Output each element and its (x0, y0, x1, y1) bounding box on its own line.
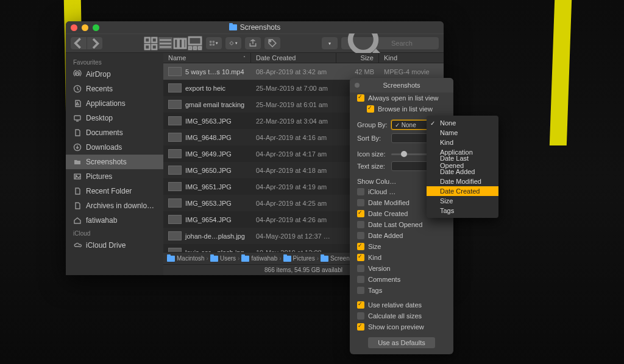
checkbox[interactable] (357, 265, 364, 272)
forward-button[interactable] (87, 37, 102, 49)
sidebar-item-downloads[interactable]: Downloads (66, 140, 163, 155)
titlebar[interactable]: Screenshots (66, 21, 444, 33)
svg-rect-17 (213, 44, 214, 45)
path-segment[interactable]: fatiwahab (251, 255, 277, 262)
sidebar-item-label: Recent Folder (86, 187, 132, 195)
file-name: IMG_9563.JPG (185, 117, 232, 125)
column-option[interactable]: Date Last Opened (350, 219, 453, 230)
column-header-name[interactable]: Name˄ (163, 53, 251, 63)
column-option[interactable]: Kind (350, 252, 453, 263)
checkbox[interactable] (357, 312, 364, 320)
checkbox[interactable] (357, 254, 364, 261)
sidebar-item-airdrop[interactable]: AirDrop (66, 67, 163, 82)
home-icon (73, 216, 82, 225)
document-icon (73, 187, 82, 195)
path-segment[interactable]: Pictures (293, 255, 315, 262)
svg-rect-9 (183, 38, 186, 47)
column-option[interactable]: Tags (350, 285, 453, 296)
checkbox[interactable] (357, 232, 364, 239)
svg-rect-3 (152, 44, 157, 49)
column-view-button[interactable] (173, 37, 188, 49)
sidebar-item-screenshots[interactable]: Screenshots (66, 155, 163, 169)
footer-option[interactable]: Show icon preview (350, 321, 453, 332)
footer-option[interactable]: Calculate all sizes (350, 310, 453, 321)
checkbox[interactable] (357, 210, 364, 217)
folder-icon (321, 256, 328, 262)
column-header-kind[interactable]: Kind (379, 53, 444, 63)
column-header-date[interactable]: Date Created (251, 53, 336, 63)
menu-item-date-added[interactable]: Date Added (427, 167, 498, 177)
icon-view-button[interactable] (144, 37, 158, 49)
thumbnail-icon (168, 100, 182, 109)
sidebar-item-label: iCloud Drive (86, 241, 126, 250)
dropdown-button[interactable]: ▾ (322, 37, 338, 49)
toolbar: ▾ ▾ ▾ (66, 33, 444, 53)
file-name: IMG_9651.JPG (185, 183, 232, 191)
group-by-menu: ✓NoneNameKindApplicationDate Last Opened… (427, 116, 498, 218)
svg-rect-0 (145, 37, 150, 42)
column-option[interactable]: Version (350, 263, 453, 274)
checkbox[interactable] (357, 276, 364, 283)
menu-item-date-last-opened[interactable]: Date Last Opened (427, 157, 498, 167)
checkbox[interactable] (357, 323, 364, 331)
browse-in-checkbox[interactable] (367, 105, 374, 113)
back-button[interactable] (71, 37, 87, 49)
pictures-icon (73, 172, 82, 181)
column-option-label: Version (368, 265, 391, 272)
footer-option[interactable]: Use relative dates (350, 299, 453, 310)
view-options-title[interactable]: Screenshots (350, 78, 453, 93)
column-header-size[interactable]: Size (336, 53, 379, 63)
menu-item-date-created[interactable]: Date Created (427, 186, 498, 196)
column-option[interactable]: Date Added (350, 230, 453, 241)
menu-item-name[interactable]: Name (427, 128, 498, 138)
checkbox[interactable] (357, 199, 364, 206)
checkbox[interactable] (357, 287, 364, 294)
sidebar-item-applications[interactable]: Applications (66, 96, 163, 111)
file-date: 04-Apr-2019 at 4:17 am (251, 150, 336, 158)
checkbox[interactable] (357, 301, 364, 309)
checkbox[interactable] (357, 243, 364, 250)
sidebar-item-archives-in-downlo-[interactable]: Archives in downlo… (66, 198, 163, 213)
column-option-label: iCloud … (368, 188, 395, 195)
search-input[interactable] (391, 40, 435, 47)
sidebar-item-documents[interactable]: Documents (66, 125, 163, 140)
arrange-button[interactable]: ▾ (206, 37, 222, 49)
column-option[interactable]: Size (350, 241, 453, 252)
chevron-right-icon: › (317, 255, 319, 262)
chevron-right-icon: › (207, 255, 208, 262)
gallery-view-button[interactable] (188, 37, 202, 49)
tags-button[interactable] (264, 37, 280, 49)
sidebar-item-fatiwahab[interactable]: fatiwahab (66, 213, 163, 228)
sidebar-item-recent-folder[interactable]: Recent Folder (66, 184, 163, 198)
search-field[interactable] (341, 37, 439, 49)
sidebar-section-label: Favourites (66, 57, 163, 67)
sidebar-item-recents[interactable]: Recents (66, 82, 163, 96)
file-row[interactable]: 5 ways t…s 10.mp408-Apr-2019 at 3:42 am4… (163, 63, 444, 80)
checkbox[interactable] (357, 221, 364, 228)
menu-item-kind[interactable]: Kind (427, 138, 498, 147)
always-open-checkbox[interactable] (357, 94, 364, 102)
sidebar-item-pictures[interactable]: Pictures (66, 169, 163, 184)
sidebar-item-desktop[interactable]: Desktop (66, 111, 163, 125)
sidebar-item-label: Downloads (86, 143, 122, 152)
sidebar-item-icloud-drive[interactable]: iCloud Drive (66, 238, 163, 253)
path-segment[interactable]: Macintosh (177, 255, 205, 262)
menu-item-size[interactable]: Size (427, 196, 498, 206)
file-name: export to heic (185, 85, 225, 92)
use-as-defaults-button[interactable]: Use as Defaults (368, 337, 435, 348)
share-button[interactable] (245, 37, 261, 49)
menu-item-tags[interactable]: Tags (427, 206, 498, 215)
checkbox[interactable] (357, 188, 364, 195)
sidebar-item-label: fatiwahab (86, 216, 117, 225)
menu-item-none[interactable]: ✓None (427, 118, 498, 128)
list-view-button[interactable] (158, 37, 173, 49)
column-option-label: Tags (368, 287, 382, 294)
action-button[interactable]: ▾ (225, 37, 241, 49)
thumbnail-icon (168, 67, 182, 76)
svg-rect-11 (189, 47, 191, 49)
menu-item-date-modified[interactable]: Date Modified (427, 177, 498, 186)
column-option[interactable]: Comments (350, 274, 453, 285)
sidebar: FavouritesAirDropRecentsApplicationsDesk… (66, 53, 163, 275)
check-icon: ✓ (430, 120, 435, 127)
path-segment[interactable]: Users (220, 255, 236, 262)
